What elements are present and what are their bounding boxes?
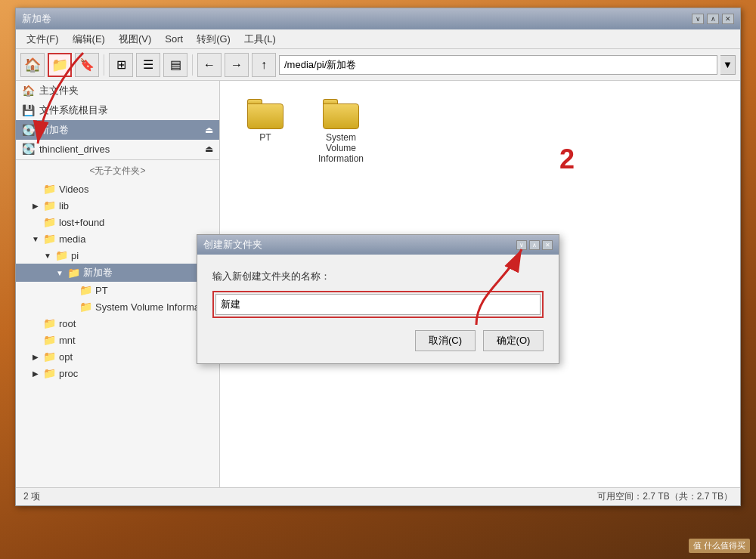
- menu-edit[interactable]: 编辑(E): [67, 31, 111, 48]
- dialog-label: 输入新创建文件夹的名称：: [212, 270, 544, 283]
- dialog-min-btn[interactable]: ∨: [516, 240, 527, 250]
- expand-proc: ▶: [31, 369, 40, 378]
- sidebar-xinjiajuan-label: 新加卷: [39, 123, 69, 137]
- tree-lib-label: lib: [59, 200, 69, 212]
- expand-lib: ▶: [31, 202, 40, 210]
- tree-xinjiajuan-label: 新加卷: [83, 266, 113, 280]
- dialog-title-bar: 创建新文件夹 ∨ ∧ ✕: [197, 235, 559, 255]
- toolbar: 🏠 📁 🔖 ⊞ ☰ ▤ ← → ↑ /media/pi/新加卷 ▼: [16, 49, 740, 81]
- dialog-input-wrapper: [212, 291, 544, 318]
- up-btn[interactable]: ↑: [252, 53, 276, 77]
- folder-opt-icon: 📁: [43, 351, 56, 363]
- maximize-btn[interactable]: ∧: [707, 14, 719, 24]
- tree-pi-label: pi: [71, 250, 79, 261]
- tree-sysvolinfo[interactable]: 📁 System Volume Informa...: [16, 298, 219, 315]
- folder-pt-icon: 📁: [79, 284, 92, 296]
- icon-view-btn[interactable]: ⊞: [109, 53, 133, 77]
- menu-file[interactable]: 文件(F): [20, 31, 65, 48]
- folder-root-icon: 📁: [43, 317, 56, 329]
- dialog-title: 创建新文件夹: [203, 238, 262, 252]
- home-icon: 🏠: [22, 85, 35, 97]
- detail-view-btn[interactable]: ☰: [136, 53, 160, 77]
- tree-pt-label: PT: [95, 285, 108, 296]
- expand-pi: ▼: [43, 252, 52, 260]
- tree-media[interactable]: ▼ 📁 media: [16, 230, 219, 247]
- menu-tools[interactable]: 工具(L): [238, 31, 282, 48]
- tree-videos[interactable]: 📁 Videos: [16, 181, 219, 197]
- tree-opt-label: opt: [59, 351, 73, 363]
- dialog-body: 输入新创建文件夹的名称： 取消(C) 确定(O): [197, 255, 559, 363]
- folder-pt-body: [247, 103, 284, 129]
- tree-mnt-label: mnt: [59, 335, 76, 346]
- close-btn[interactable]: ✕: [722, 14, 734, 24]
- tree-xinjiajuan[interactable]: ▼ 📁 新加卷: [16, 264, 219, 282]
- tree-lostfound-label: lost+found: [59, 217, 104, 228]
- status-space: 可用空间：2.7 TB（共：2.7 TB）: [597, 490, 733, 503]
- sidebar-root[interactable]: 💾 文件系统根目录: [16, 100, 219, 120]
- file-sysvolinfo[interactable]: System Volume Information: [311, 96, 371, 167]
- menu-sort[interactable]: Sort: [159, 32, 189, 46]
- expand-xinjiajuan: ▼: [55, 269, 64, 277]
- tree-lib[interactable]: ▶ 📁 lib: [16, 197, 219, 214]
- folder-lib-icon: 📁: [43, 199, 56, 212]
- tree-opt[interactable]: ▶ 📁 opt: [16, 348, 219, 365]
- folder-lostfound-icon: 📁: [43, 216, 56, 228]
- title-bar-controls: ∨ ∧ ✕: [692, 14, 734, 24]
- folder-sysvolinfo-icon: 📁: [79, 301, 92, 313]
- sidebar-xinjiajuan[interactable]: 💽 新加卷 ⏏: [16, 120, 219, 140]
- folder-videos-icon: 📁: [43, 183, 56, 195]
- file-sysvolinfo-label: System Volume Information: [318, 132, 364, 164]
- tree-proc-label: proc: [59, 368, 78, 379]
- menu-goto[interactable]: 转到(G): [191, 31, 237, 48]
- drive-icon: 💽: [22, 124, 35, 136]
- watermark: 值 什么值得买: [689, 539, 750, 553]
- title-bar: 新加卷 ∨ ∧ ✕: [16, 8, 740, 29]
- expand-media: ▼: [31, 235, 40, 243]
- bookmarks-btn[interactable]: 🔖: [75, 53, 99, 77]
- folder-media-icon: 📁: [43, 233, 56, 245]
- back-btn[interactable]: ←: [197, 53, 222, 77]
- sidebar-root-label: 文件系统根目录: [39, 103, 108, 117]
- sidebar-tree: 📁 Videos ▶ 📁 lib 📁 lost+found ▼ 📁 medi: [16, 181, 219, 487]
- sidebar: 🏠 主文件夹 💾 文件系统根目录 💽 新加卷 ⏏ 💽 thinclient_dr…: [16, 81, 220, 487]
- status-bar: 2 项 可用空间：2.7 TB（共：2.7 TB）: [16, 487, 740, 505]
- address-text: /media/pi/新加卷: [284, 58, 356, 72]
- compact-view-btn[interactable]: ▤: [163, 53, 187, 77]
- tree-pt[interactable]: 📁 PT: [16, 282, 219, 298]
- eject-icon: ⏏: [205, 125, 213, 135]
- folder-name-input[interactable]: [215, 294, 541, 315]
- address-dropdown-btn[interactable]: ▼: [720, 55, 736, 75]
- sidebar-divider: [16, 159, 219, 160]
- forward-btn[interactable]: →: [225, 53, 249, 77]
- hdd-icon: 💾: [22, 104, 35, 116]
- tree-lostfound[interactable]: 📁 lost+found: [16, 214, 219, 230]
- expand-opt: ▶: [31, 353, 40, 361]
- file-pt[interactable]: PT: [235, 96, 296, 167]
- toolbar-sep-2: [192, 54, 193, 76]
- folder-xinjiajuan-icon: 📁: [67, 267, 80, 279]
- cancel-button[interactable]: 取消(C): [415, 330, 476, 351]
- dialog-max-btn[interactable]: ∧: [529, 240, 540, 250]
- folder-sysvolinfo-icon-large: [323, 99, 359, 129]
- thinclient-drive-icon: 💽: [22, 143, 35, 155]
- sidebar-home[interactable]: 🏠 主文件夹: [16, 81, 219, 100]
- sidebar-thinclient[interactable]: 💽 thinclient_drives ⏏: [16, 140, 219, 158]
- ok-button[interactable]: 确定(O): [483, 330, 544, 351]
- address-bar[interactable]: /media/pi/新加卷: [279, 55, 717, 75]
- menu-view[interactable]: 视图(V): [113, 31, 157, 48]
- tree-mnt[interactable]: 📁 mnt: [16, 332, 219, 348]
- tree-root[interactable]: 📁 root: [16, 315, 219, 332]
- new-folder-btn[interactable]: 📁: [48, 53, 72, 77]
- eject-thinclient-icon: ⏏: [205, 144, 213, 154]
- minimize-btn[interactable]: ∨: [692, 14, 704, 24]
- folder-mnt-icon: 📁: [43, 334, 56, 346]
- home-folder-btn[interactable]: 🏠: [20, 53, 45, 77]
- tree-proc[interactable]: ▶ 📁 proc: [16, 365, 219, 381]
- tree-root-label: root: [59, 318, 76, 329]
- sidebar-xinjiajuan-left: 💽 新加卷: [22, 123, 69, 137]
- tree-pi[interactable]: ▼ 📁 pi: [16, 247, 219, 264]
- dialog-controls: ∨ ∧ ✕: [516, 240, 553, 250]
- dialog-close-btn[interactable]: ✕: [542, 240, 553, 250]
- status-items: 2 项: [23, 490, 40, 503]
- tree-videos-label: Videos: [59, 184, 89, 195]
